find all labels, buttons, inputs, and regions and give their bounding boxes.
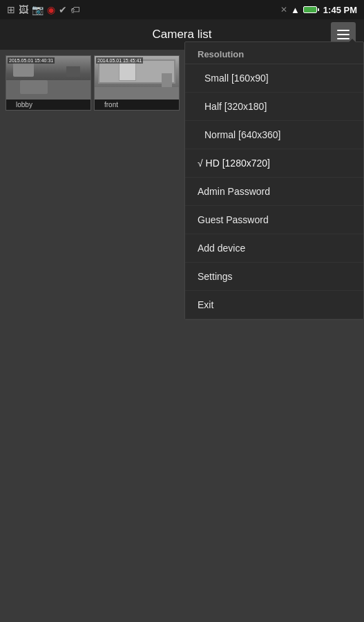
page-title: Camera list (33, 28, 331, 41)
status-bar-left-icons: ⊞ 🖼 📷 ◉ ✔ 🏷 (7, 4, 80, 15)
status-bar-right-icons: ✕ ▲ 1:45 PM (280, 5, 357, 15)
menu-icon-line2 (337, 34, 349, 35)
camera-timestamp-lobby: 2015.05.01 15:40:31 (8, 57, 55, 64)
app-icon-3: 📷 (32, 4, 44, 15)
menu-icon-line1 (337, 30, 349, 31)
menu-item-admin-password[interactable]: Admin Password (185, 178, 363, 206)
status-time: 1:45 PM (323, 5, 357, 15)
battery-icon (303, 6, 317, 13)
app-icon-1: ⊞ (7, 4, 15, 15)
menu-item-normal[interactable]: Normal [640x360] (185, 121, 363, 149)
app-icon-4: ◉ (47, 4, 55, 15)
app-icon-2: 🖼 (19, 4, 28, 15)
camera-label-front: front (95, 100, 179, 110)
camera-thumb-lobby[interactable]: 2015.05.01 15:40:31 lobby (6, 55, 91, 111)
menu-item-exit[interactable]: Exit (185, 291, 363, 319)
camera-timestamp-front: 2014.05.01 15:45:41 (96, 57, 143, 64)
wifi-icon: ▲ (291, 5, 300, 15)
dropdown-arrow (347, 39, 357, 44)
resolution-header: Resolution (185, 42, 363, 64)
camera-label-lobby: lobby (6, 100, 90, 110)
menu-item-guest-password[interactable]: Guest Password (185, 206, 363, 234)
app-icon-6: 🏷 (70, 4, 80, 15)
menu-item-hd[interactable]: HD [1280x720] (185, 149, 363, 178)
camera-thumb-front[interactable]: 2014.05.01 15:45:41 front (94, 55, 180, 111)
signal-off-icon: ✕ (280, 5, 287, 15)
menu-item-add-device[interactable]: Add device (185, 234, 363, 263)
dropdown-menu: Resolution Small [160x90] Half [320x180]… (184, 41, 364, 320)
menu-item-settings[interactable]: Settings (185, 263, 363, 291)
menu-item-half[interactable]: Half [320x180] (185, 93, 363, 121)
menu-item-small[interactable]: Small [160x90] (185, 64, 363, 93)
status-bar: ⊞ 🖼 📷 ◉ ✔ 🏷 ✕ ▲ 1:45 PM (0, 0, 364, 19)
app-icon-5: ✔ (59, 4, 67, 15)
